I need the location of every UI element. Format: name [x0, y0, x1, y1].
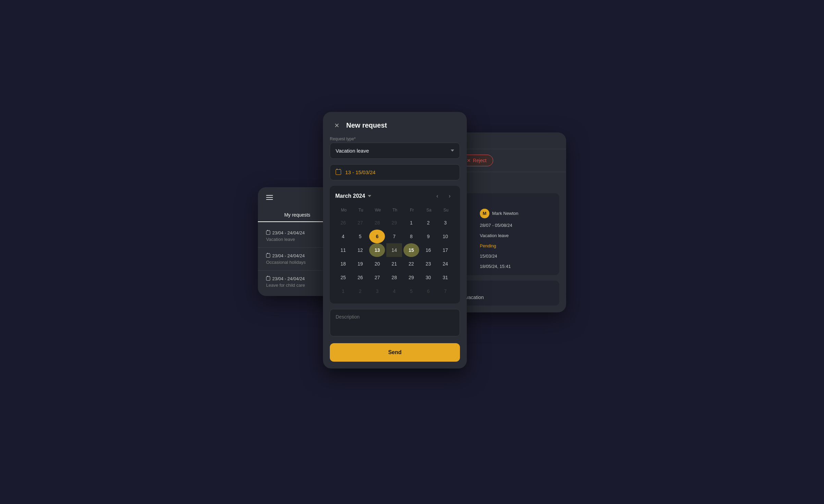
request-date: 23/04 - 24/04/24 [266, 230, 305, 235]
cal-day[interactable]: 23 [421, 257, 436, 271]
date-range-group: 13 - 15/03/24 [330, 164, 460, 180]
day-header-fr: Fr [403, 206, 421, 216]
day-header-tu: Tu [352, 206, 370, 216]
day-header-su: Su [437, 206, 454, 216]
day-header-th: Th [386, 206, 403, 216]
cal-day[interactable]: 27 [369, 271, 385, 284]
middle-panel: ✕ New request Request type* Vacation lea… [323, 112, 467, 369]
request-info: 23/04 - 24/04/24 Vacation leave [266, 230, 305, 242]
modified-value: 18/05/24, 15:41 [480, 264, 511, 269]
cal-day[interactable]: 2 [421, 216, 436, 230]
cal-day[interactable]: 19 [352, 257, 368, 271]
day-header-mo: Mo [335, 206, 352, 216]
cal-day[interactable]: 28 [369, 216, 385, 230]
close-button[interactable]: ✕ [331, 120, 342, 131]
calendar-container: March 2024 ‹ › Mo Tu We Th Fr Sa [330, 186, 460, 303]
calendar-icon [266, 231, 270, 235]
cal-day[interactable]: 4 [335, 230, 351, 243]
scene: Days off My requests Employee requests 2… [258, 112, 566, 392]
cal-day[interactable]: 30 [421, 271, 436, 284]
request-date: 23/04 - 24/04/24 [266, 276, 305, 281]
request-date: 23/04 - 24/04/24 [266, 253, 306, 258]
cal-day[interactable]: 1 [403, 216, 419, 230]
cal-day[interactable]: 17 [437, 243, 453, 257]
cal-day[interactable]: 10 [437, 230, 453, 243]
cal-day[interactable]: 25 [335, 271, 351, 284]
request-type-label: Request type* [330, 137, 460, 141]
hamburger-icon[interactable] [266, 195, 273, 200]
cal-day[interactable]: 27 [352, 216, 368, 230]
cal-day[interactable]: 7 [437, 284, 453, 298]
calendar-icon [336, 169, 341, 175]
cal-day-range-start[interactable]: 13 [369, 243, 385, 257]
send-button[interactable]: Send [330, 343, 460, 362]
prev-month-button[interactable]: ‹ [433, 191, 442, 201]
x-icon: ✕ [467, 158, 471, 163]
calendar-icon [266, 254, 270, 258]
cal-day[interactable]: 22 [403, 257, 419, 271]
status-badge: Pending [480, 243, 496, 248]
cal-day-in-range[interactable]: 14 [386, 243, 402, 257]
cal-day[interactable]: 29 [386, 216, 402, 230]
calendar-grid: Mo Tu We Th Fr Sa Su 26 27 28 29 1 2 3 [335, 206, 454, 298]
cal-day[interactable]: 4 [386, 284, 402, 298]
period-value: 28/07 - 05/08/24 [480, 223, 512, 228]
cal-day[interactable]: 1 [335, 284, 351, 298]
chevron-down-icon [451, 150, 454, 152]
employee-value: M Mark Newton [480, 209, 519, 218]
cal-day[interactable]: 26 [335, 216, 351, 230]
request-info: 23/04 - 24/04/24 Leave for child care [266, 276, 305, 288]
next-month-button[interactable]: › [445, 191, 454, 201]
day-header-we: We [369, 206, 386, 216]
cal-day[interactable]: 5 [403, 284, 419, 298]
cal-day[interactable]: 5 [352, 230, 368, 243]
calendar-nav: March 2024 ‹ › [335, 191, 454, 201]
cal-day[interactable]: 26 [352, 271, 368, 284]
creation-value: 15/03/24 [480, 254, 497, 259]
cal-day[interactable]: 21 [386, 257, 402, 271]
modal-body: Request type* Vacation leave 13 - 15/03/… [323, 137, 467, 369]
cal-day[interactable]: 3 [437, 216, 453, 230]
cal-day[interactable]: 7 [386, 230, 402, 243]
cal-day[interactable]: 2 [352, 284, 368, 298]
calendar-arrows: ‹ › [433, 191, 454, 201]
cal-day[interactable]: 28 [386, 271, 402, 284]
request-info: 23/04 - 24/04/24 Occasional holidays [266, 253, 306, 265]
avatar: M [480, 209, 489, 218]
cal-day[interactable]: 8 [403, 230, 419, 243]
request-type-group: Request type* Vacation leave [330, 137, 460, 159]
type-value: Vacation leave [480, 233, 509, 238]
cal-day-range-end[interactable]: 15 [403, 243, 419, 257]
request-type: Vacation leave [266, 237, 305, 242]
request-type: Occasional holidays [266, 260, 306, 265]
chevron-down-icon [368, 195, 371, 197]
request-type-select[interactable]: Vacation leave [330, 143, 460, 159]
cal-day[interactable]: 24 [437, 257, 453, 271]
cal-day[interactable]: 20 [369, 257, 385, 271]
cal-day[interactable]: 31 [437, 271, 453, 284]
cal-day-today[interactable]: 6 [369, 230, 385, 243]
cal-day[interactable]: 12 [352, 243, 368, 257]
cal-day[interactable]: 29 [403, 271, 419, 284]
description-input[interactable] [330, 309, 460, 336]
day-header-sa: Sa [421, 206, 438, 216]
modal-header: ✕ New request [323, 112, 467, 137]
request-type: Leave for child care [266, 283, 305, 288]
cal-day[interactable]: 11 [335, 243, 351, 257]
cal-day[interactable]: 6 [421, 284, 436, 298]
cal-day[interactable]: 16 [421, 243, 436, 257]
month-year-selector[interactable]: March 2024 [335, 193, 371, 199]
cal-day[interactable]: 9 [421, 230, 436, 243]
date-range-field[interactable]: 13 - 15/03/24 [330, 164, 460, 180]
calendar-icon [266, 276, 270, 281]
modal-title: New request [346, 121, 387, 129]
cal-day[interactable]: 18 [335, 257, 351, 271]
cal-day[interactable]: 3 [369, 284, 385, 298]
